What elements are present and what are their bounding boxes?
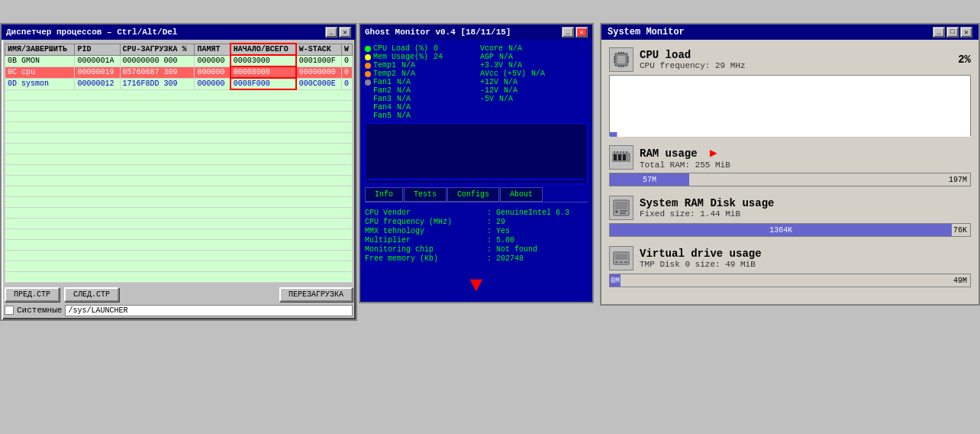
- ghost-titlebar-buttons: _ ✕: [562, 27, 588, 37]
- path-input[interactable]: [65, 305, 353, 316]
- ram-icon: [609, 145, 633, 170]
- col-w[interactable]: W: [341, 44, 352, 55]
- sysmon-titlebar: System Monitor _ □ ✕: [601, 24, 978, 40]
- tab-tests[interactable]: Tests: [404, 187, 446, 202]
- info-cpu-freq: CPU frequency (MHz) : 29: [365, 218, 588, 226]
- proc-cpu: 00000000 000: [120, 55, 195, 66]
- proc-wstack: 0001000F: [296, 55, 342, 66]
- ramdisk-used-bar: 1364K: [610, 224, 952, 236]
- table-row[interactable]: 0C cpu 00000019 05760687 309 000000 0000…: [5, 66, 353, 78]
- proc-mem: 000000: [195, 66, 230, 78]
- ramdisk-used-label: 1364K: [769, 226, 792, 235]
- col-pid[interactable]: PID: [75, 44, 120, 55]
- tm-status-row: Системные: [5, 305, 353, 316]
- svg-rect-33: [620, 261, 623, 263]
- info-tab-content: CPU Vendor : GenuineIntel 6.3 CPU freque…: [365, 206, 588, 267]
- system-monitor-window: System Monitor _ □ ✕: [600, 23, 980, 306]
- info-free-mem: Free memory (Kb) : 202748: [365, 254, 588, 263]
- monitoring-value: : Not found: [487, 245, 537, 254]
- tab-configs[interactable]: Configs: [447, 187, 499, 202]
- ramdisk-bar: 1364K 76K: [609, 223, 971, 237]
- next-page-button[interactable]: СЛЕД.СТР: [64, 287, 119, 302]
- task-manager-content: ИМЯ/ЗАВЕРШИТЬ PID CPU-ЗАГРУЗКА % ПАМЯТ Н…: [2, 40, 356, 319]
- tab-info[interactable]: Info: [365, 187, 403, 202]
- cpu-load-value: 0: [434, 44, 438, 53]
- restart-button[interactable]: ПЕРЕЗАГРУЗКА: [279, 287, 353, 302]
- sysmon-maximize-button[interactable]: □: [946, 27, 959, 37]
- ram-used-bar: 57M: [610, 173, 689, 186]
- virtual-drive-section: Virtual drive usage TMP Disk 0 size: 49 …: [609, 246, 971, 287]
- col-name[interactable]: ИМЯ/ЗАВЕРШИТЬ: [5, 44, 75, 55]
- ghost-monitor-titlebar: Ghost Monitor v0.4 [18/11/15] _ ✕: [360, 24, 592, 40]
- ram-free-label: 197M: [949, 176, 967, 184]
- ramdisk-title: System RAM Disk usage: [640, 197, 971, 209]
- sysmon-minimize-button[interactable]: _: [933, 27, 945, 37]
- red-arrow-icon: ▼: [470, 274, 483, 297]
- prev-page-button[interactable]: ПРЕД.СТР: [5, 287, 60, 302]
- avcc-label: AVcc (+5V): [480, 70, 526, 78]
- col-inicio[interactable]: НАЧАЛО/ВСЕГО: [230, 44, 296, 55]
- system-checkbox[interactable]: [5, 306, 14, 315]
- svg-rect-15: [610, 132, 617, 137]
- cpu-load-title-area: CPU load CPU frequency: 29 MHz: [640, 49, 952, 70]
- svg-rect-4: [614, 61, 615, 63]
- agp-item: AGP N/A: [480, 53, 588, 61]
- fan5-item: Fan5 N/A: [365, 112, 472, 120]
- cpu-load-item: CPU Load (%) 0: [365, 44, 472, 53]
- fan3-value: N/A: [397, 95, 411, 103]
- svg-rect-5: [627, 57, 629, 58]
- sysmon-close-button[interactable]: ✕: [960, 27, 972, 37]
- proc-inicio: 0008F000: [230, 78, 296, 89]
- proc-mem: 000000: [195, 78, 230, 89]
- cpu-load-header: CPU load CPU frequency: 29 MHz 2%: [609, 47, 971, 72]
- proc-w: 0: [341, 55, 352, 66]
- cpu-freq-label: CPU frequency (MHz): [365, 218, 487, 226]
- table-row: [5, 207, 353, 218]
- fan1-value: N/A: [397, 78, 411, 86]
- fan4-item: Fan4 N/A: [365, 103, 472, 112]
- col-cpu[interactable]: CPU-ЗАГРУЗКА %: [120, 44, 195, 55]
- tm-buttons-row: ПРЕД.СТР СЛЕД.СТР ПЕРЕЗАГРУЗКА: [5, 287, 353, 302]
- mem-usage-label: Mem Usage(%): [373, 53, 428, 61]
- ghost-tabs: Info Tests Configs About: [365, 187, 588, 202]
- svg-rect-6: [627, 59, 629, 60]
- ghost-close-button[interactable]: ✕: [575, 27, 588, 37]
- tab-about[interactable]: About: [500, 187, 543, 202]
- col-mem[interactable]: ПАМЯТ: [195, 44, 230, 55]
- virtual-drive-header: Virtual drive usage TMP Disk 0 size: 49 …: [609, 246, 971, 270]
- process-table: ИМЯ/ЗАВЕРШИТЬ PID CPU-ЗАГРУЗКА % ПАМЯТ Н…: [5, 43, 353, 283]
- ramdisk-free-bar: 76K: [952, 224, 970, 236]
- fan1-item: Fan1 N/A: [365, 78, 472, 86]
- temp1-value: N/A: [401, 61, 415, 70]
- table-row: [5, 196, 353, 207]
- col-wstack[interactable]: W-STACK: [296, 44, 342, 55]
- ghost-content: CPU Load (%) 0 Mem Usage(%) 24 Temp1 N/A…: [360, 40, 592, 302]
- cpu-load-section: CPU load CPU frequency: 29 MHz 2%: [609, 47, 971, 136]
- table-row[interactable]: 0B GMON 0000001A 00000000 000 000000 000…: [5, 55, 353, 66]
- v33-item: +3.3V N/A: [480, 61, 588, 70]
- fan1-label: Fan1: [373, 78, 392, 86]
- virtual-free-bar: 49M: [621, 274, 970, 287]
- mem-usage-dot: [365, 54, 371, 60]
- table-row[interactable]: 0D sysmon 00000012 1716F8DD 309 000000 0…: [5, 78, 353, 89]
- ramdisk-section: System RAM Disk usage Fixed size: 1.44 M…: [609, 196, 971, 237]
- close-button[interactable]: ✕: [339, 27, 351, 37]
- agp-value: N/A: [499, 53, 513, 61]
- task-manager-window: Диспетчер процессов – Ctrl/Alt/Del _ ✕ И…: [0, 23, 357, 321]
- avcc-value: N/A: [531, 70, 545, 78]
- proc-name: 0B GMON: [5, 55, 75, 66]
- ram-arrow-icon: ▶: [710, 147, 717, 160]
- minimize-button[interactable]: _: [325, 27, 337, 37]
- v5-label: -5V: [480, 95, 494, 103]
- ram-usage-section: RAM usage ▶ Total RAM: 255 MiB 57M 197M: [609, 145, 971, 186]
- ramdisk-subtitle: Fixed size: 1.44 MiB: [640, 209, 971, 219]
- svg-rect-26: [615, 202, 627, 209]
- vcore-item: Vcore N/A: [480, 44, 588, 53]
- vcore-label: Vcore: [480, 44, 503, 53]
- ghost-minimize-button[interactable]: _: [562, 27, 574, 37]
- cpu-load-title: CPU load: [640, 49, 952, 61]
- sysmon-title: System Monitor: [608, 27, 685, 37]
- multiplier-label: Multiplier: [365, 236, 487, 245]
- mem-usage-value: 24: [434, 53, 443, 61]
- svg-rect-8: [618, 52, 620, 53]
